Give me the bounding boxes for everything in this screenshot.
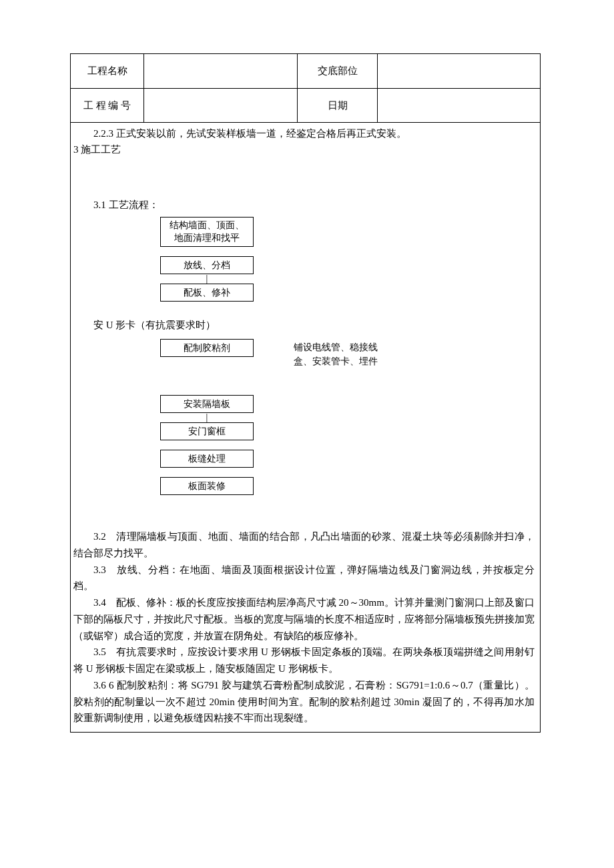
flow-step-4: 配制胶粘剂	[160, 339, 254, 357]
flow-side-b: 盒、安装管卡、埋件	[294, 356, 378, 366]
flow-step-1: 结构墙面、顶面、 地面清理和找平	[160, 217, 254, 247]
flow-step-1b: 地面清理和找平	[174, 233, 240, 243]
flow-side-a: 铺设电线管、稳接线	[294, 342, 378, 352]
para-3-4: 3.4 配板、修补：板的长度应按接面结构层净高尺寸减 20～30mm。计算并量测…	[73, 594, 535, 644]
header-table: 工程名称 交底部位 工 程 编 号 日期	[70, 53, 541, 123]
proj-no-value	[144, 88, 298, 123]
proj-no-label: 工 程 编 号	[71, 88, 144, 123]
para-3-5: 3.5 有抗震要求时，应按设计要求用 U 形钢板卡固定条板的顶端。在两块条板顶端…	[73, 644, 535, 677]
flow-step-6: 安门窗框	[160, 422, 254, 440]
flow-step-5: 安装隔墙板	[160, 395, 254, 413]
flow-step-7: 板缝处理	[160, 450, 254, 468]
para-3-2: 3.2 清理隔墙板与顶面、地面、墙面的结合部，凡凸出墙面的砂浆、混凝土块等必须剔…	[73, 528, 535, 562]
proj-name-value	[144, 54, 298, 89]
para-3-3: 3.3 放线、分档：在地面、墙面及顶面根据设计位置，弹好隔墙边线及门窗洞边线，并…	[73, 562, 535, 595]
content-cell: 2.2.3 正式安装以前，先试安装样板墙一道，经鉴定合格后再正式安装。 3 施工…	[70, 123, 541, 733]
intro-line-1: 2.2.3 正式安装以前，先试安装样板墙一道，经鉴定合格后再正式安装。	[73, 125, 535, 141]
body-text: 3.2 清理隔墙板与顶面、地面、墙面的结合部，凡凸出墙面的砂浆、混凝土块等必须剔…	[73, 528, 535, 727]
flow-title: 3.1 工艺流程：	[73, 197, 535, 213]
flow-step-3: 配板、修补	[160, 284, 254, 302]
flow-wide-step: 安 U 形卡（有抗震要求时）	[93, 318, 535, 333]
proj-name-label: 工程名称	[71, 54, 144, 89]
flow-step-8: 板面装修	[160, 477, 254, 495]
date-label: 日期	[298, 88, 378, 123]
disclosure-value	[378, 54, 541, 89]
intro-line-2: 3 施工工艺	[73, 141, 535, 157]
flow-step-1a: 结构墙面、顶面、	[170, 220, 244, 230]
para-3-6: 3.6 6 配制胶粘剂：将 SG791 胶与建筑石膏粉配制成胶泥，石膏粉：SG7…	[73, 677, 535, 727]
disclosure-label: 交底部位	[298, 54, 378, 89]
flow-step-2: 放线、分档	[160, 256, 254, 274]
flow-conn-2: |	[160, 413, 254, 422]
flow-conn-1: |	[160, 274, 254, 284]
flow-side-note: 铺设电线管、稳接线 盒、安装管卡、埋件	[294, 339, 378, 368]
flow-area: 3.1 工艺流程： 结构墙面、顶面、 地面清理和找平 放线、分档 | 配板、修补…	[73, 197, 535, 495]
date-value	[378, 88, 541, 123]
